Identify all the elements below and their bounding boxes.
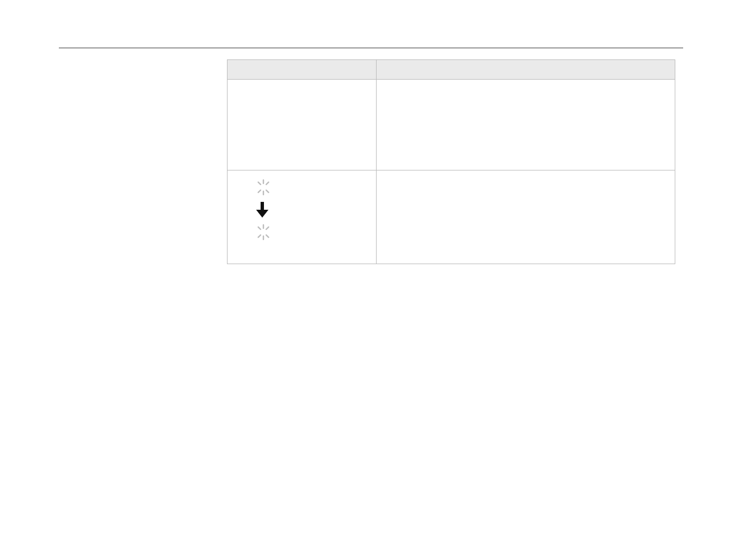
table-header-row [228, 60, 675, 80]
loading-spinner-icon [254, 223, 272, 241]
content-table [227, 59, 675, 264]
svg-line-9 [266, 235, 268, 237]
svg-line-2 [258, 182, 261, 185]
table-header-1 [228, 60, 377, 80]
down-arrow-icon [254, 201, 270, 219]
svg-line-4 [266, 182, 268, 185]
loading-spinner-icon [254, 178, 272, 196]
svg-line-5 [258, 190, 261, 192]
svg-line-11 [258, 235, 261, 237]
table-row [228, 170, 675, 264]
horizontal-rule [59, 48, 683, 48]
svg-line-10 [266, 227, 268, 229]
table-header-2 [377, 60, 675, 80]
table-cell [377, 170, 675, 264]
table-cell [377, 80, 675, 170]
table-cell [228, 170, 377, 264]
svg-line-8 [258, 227, 261, 229]
svg-line-3 [266, 190, 268, 192]
table-cell [228, 80, 377, 170]
table-row [228, 80, 675, 170]
